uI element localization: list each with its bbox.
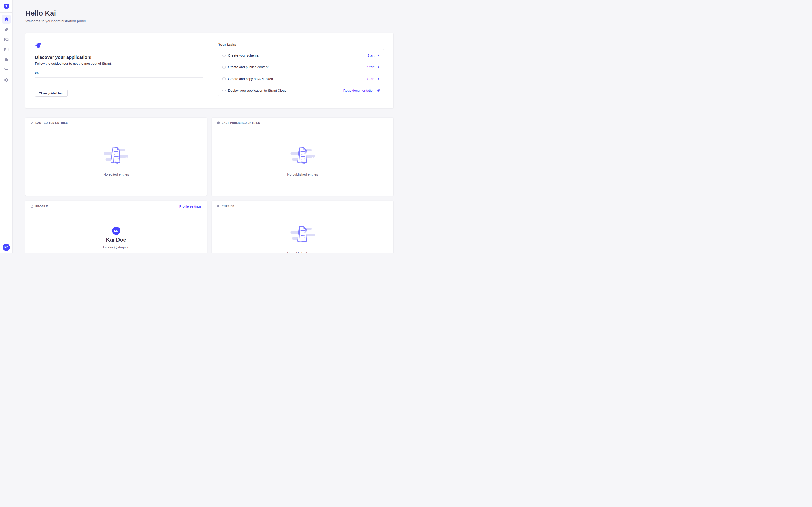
guided-tour-card: Discover your application! Follow the gu…: [26, 33, 393, 108]
progress-bar: [35, 76, 203, 78]
widget-title: Last published entries: [222, 121, 260, 125]
task-status-circle: [222, 54, 225, 57]
profile-name: Kai Doe: [26, 237, 207, 243]
empty-state: No published entries: [212, 225, 393, 253]
task-start-link[interactable]: Start: [367, 53, 380, 57]
widget-title: Last edited entries: [36, 121, 68, 125]
progress-percent-label: 0%: [35, 71, 203, 74]
sidebar-item-cloud[interactable]: [2, 55, 11, 64]
task-action-label: Read documentation: [343, 89, 374, 93]
widget-header: Entries: [217, 205, 388, 208]
your-tasks-section: Your tasks Create your schema Start Crea…: [209, 33, 393, 108]
feather-icon: [4, 27, 9, 32]
close-guided-tour-button[interactable]: Close guided tour: [35, 90, 68, 97]
sidebar-item-marketplace[interactable]: [2, 65, 11, 74]
waving-hand-icon: [35, 42, 42, 49]
task-status-circle: [222, 66, 225, 69]
task-start-link[interactable]: Start: [367, 77, 380, 81]
check-circle-icon: [217, 121, 220, 125]
empty-state-text: No published entries: [212, 172, 393, 176]
read-documentation-link[interactable]: Read documentation: [343, 89, 380, 93]
task-action-label: Start: [367, 53, 374, 57]
last-published-entries-card: Last published entries No published e: [212, 118, 393, 195]
task-label: Create your schema: [228, 53, 367, 57]
task-label: Create and copy an API token: [228, 77, 367, 81]
sidebar-item-settings[interactable]: [2, 75, 11, 84]
empty-state-text: No edited entries: [26, 172, 207, 176]
task-row: Create your schema Start: [218, 49, 384, 61]
profile-card: Profile Profile settings KD Kai Doe kai.…: [26, 201, 207, 253]
task-action-label: Start: [367, 77, 374, 81]
page-subtitle: Welcome to your administration panel: [26, 19, 86, 23]
guided-tour-subtitle: Follow the guided tour to get the most o…: [35, 61, 203, 65]
empty-state: No edited entries: [26, 146, 207, 176]
empty-documents-illustration: [103, 146, 130, 165]
person-icon: [31, 205, 34, 208]
strapi-logo-icon[interactable]: [4, 4, 9, 9]
tasks-title: Your tasks: [218, 43, 384, 47]
profile-avatar: KD: [112, 227, 120, 235]
task-row: Deploy your application to Strapi Cloud …: [218, 84, 384, 96]
external-link-icon: [377, 89, 380, 92]
profile-settings-link[interactable]: Profile settings: [179, 205, 201, 208]
task-row: Create and copy an API token Start: [218, 73, 384, 84]
entries-card: Entries No published entries: [212, 201, 393, 253]
empty-state-text: No published entries: [212, 251, 393, 253]
media-library-icon: [4, 37, 9, 42]
task-row: Create and publish content Start: [218, 61, 384, 73]
task-label: Deploy your application to Strapi Cloud: [228, 89, 343, 93]
pencil-icon: [31, 121, 34, 125]
sidebar: KD: [0, 0, 13, 253]
sidebar-divider: [0, 12, 13, 13]
empty-state: No published entries: [212, 146, 393, 176]
strapi-logo-glyph: [4, 4, 8, 8]
widget-header: Last edited entries: [31, 121, 201, 125]
sidebar-item-media-library[interactable]: [2, 35, 11, 44]
chevron-right-icon: [377, 66, 380, 69]
profile-role-badge: [106, 252, 126, 253]
settings-gear-icon: [4, 77, 9, 82]
widget-title: Entries: [222, 205, 234, 208]
chevron-right-icon: [377, 54, 380, 57]
empty-documents-illustration: [289, 146, 316, 165]
task-status-circle: [222, 77, 225, 80]
task-action-label: Start: [367, 65, 374, 69]
sidebar-user-avatar[interactable]: KD: [3, 244, 10, 251]
widget-title: Profile: [36, 205, 48, 208]
tasks-list: Create your schema Start Create and publ…: [218, 49, 384, 97]
profile-email: kai.doe@strapi.io: [26, 245, 207, 249]
last-edited-entries-card: Last edited entries No edited entries: [26, 118, 207, 195]
home-icon: [4, 17, 9, 22]
content-type-builder-icon: [4, 47, 9, 52]
widget-header: Last published entries: [217, 121, 388, 125]
page-title: Hello Kai: [26, 9, 56, 17]
cloud-icon: [4, 57, 9, 62]
guided-tour-section: Discover your application! Follow the gu…: [26, 33, 209, 108]
chevron-right-icon: [377, 77, 380, 80]
empty-documents-illustration: [289, 225, 316, 243]
puzzle-icon: [217, 205, 220, 208]
marketplace-cart-icon: [4, 67, 9, 72]
task-label: Create and publish content: [228, 65, 367, 69]
sidebar-item-content-type-builder[interactable]: [2, 45, 11, 54]
sidebar-item-home[interactable]: [2, 15, 11, 24]
guided-tour-title: Discover your application!: [35, 55, 203, 60]
sidebar-item-content-manager[interactable]: [2, 25, 11, 34]
task-status-circle: [222, 89, 225, 92]
task-start-link[interactable]: Start: [367, 65, 380, 69]
widget-header: Profile Profile settings: [31, 205, 201, 208]
